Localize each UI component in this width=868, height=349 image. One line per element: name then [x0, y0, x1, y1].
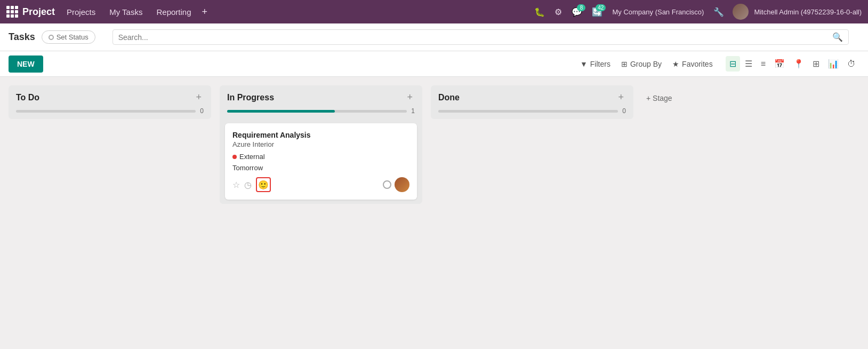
odoo-icon-btn[interactable]: ⚙ — [551, 7, 565, 17]
status-dot — [49, 35, 54, 40]
todo-progress-bar — [16, 110, 196, 113]
search-icon: 🔍 — [832, 32, 843, 42]
card-footer: ☆ ◷ 🙂 — [232, 177, 409, 192]
column-todo-progress: 0 — [9, 107, 211, 119]
bug-icon-btn[interactable]: 🐛 — [531, 7, 548, 17]
grid-icon — [6, 6, 18, 18]
column-todo: To Do + 0 — [9, 85, 211, 119]
nav-add-menu[interactable]: + — [200, 6, 210, 18]
column-in-progress-title: In Progress — [227, 93, 400, 102]
star-icon: ★ — [672, 60, 679, 68]
map-icon: 📍 — [793, 59, 804, 68]
tag-dot — [232, 155, 237, 159]
activity-icon-btn[interactable]: 🔄 42 — [589, 7, 606, 17]
list2-view-button[interactable]: ≡ — [757, 57, 769, 72]
list-view-button[interactable]: ☰ — [741, 56, 756, 72]
favorites-button[interactable]: ★ Favorites — [668, 58, 717, 70]
table-view-button[interactable]: ⊞ — [809, 56, 823, 72]
add-stage-column: + Stage — [642, 85, 749, 105]
in-progress-fill — [227, 110, 335, 113]
add-stage-button[interactable]: + Stage — [642, 92, 677, 105]
chat-badge: 8 — [577, 4, 585, 11]
set-status-button[interactable]: Set Status — [42, 30, 95, 44]
calendar-icon: 📅 — [774, 59, 785, 68]
page-title: Tasks — [9, 31, 35, 43]
card-footer-icons: ☆ ◷ 🙂 — [232, 177, 379, 192]
todo-count: 0 — [200, 107, 204, 115]
column-todo-add[interactable]: + — [194, 92, 204, 103]
column-done-header: Done + — [431, 85, 633, 107]
card-date: Tomorrow — [232, 164, 409, 172]
filter-icon: ▼ — [580, 60, 588, 68]
group-by-button[interactable]: ⊞ Group By — [617, 58, 666, 70]
nav-reporting[interactable]: Reporting — [151, 7, 196, 17]
card-tag: External — [232, 153, 409, 161]
card-subtitle: Azure Interior — [232, 140, 409, 148]
done-progress-bar — [438, 110, 618, 113]
activity-badge: 42 — [596, 4, 606, 11]
app-logo[interactable]: Project — [6, 6, 55, 18]
table-icon: ⊞ — [813, 59, 819, 68]
user-avatar[interactable] — [733, 4, 749, 20]
clock-view-button[interactable]: ⏱ — [843, 57, 859, 72]
kanban-area: To Do + 0 In Progress + 1 Requirement An… — [0, 77, 868, 349]
calendar-view-button[interactable]: 📅 — [770, 56, 789, 72]
column-todo-header: To Do + — [9, 85, 211, 107]
search-bar: 🔍 — [112, 29, 849, 45]
user-name[interactable]: Mitchell Admin (49752239-16-0-all) — [754, 8, 862, 16]
column-in-progress-header: In Progress + — [220, 85, 422, 107]
tag-label: External — [239, 153, 265, 161]
column-done-title: Done — [438, 93, 612, 102]
search-input[interactable] — [118, 33, 832, 42]
chart-icon: 📊 — [828, 59, 839, 68]
filters-label: Filters — [590, 60, 610, 68]
filters-button[interactable]: ▼ Filters — [576, 58, 615, 70]
column-in-progress-add[interactable]: + — [405, 92, 415, 103]
group-by-label: Group By — [630, 60, 662, 68]
favorites-label: Favorites — [682, 60, 713, 68]
in-progress-count: 1 — [411, 107, 415, 115]
top-nav: Project Projects My Tasks Reporting + 🐛 … — [0, 0, 868, 23]
column-todo-title: To Do — [16, 93, 189, 102]
kanban-icon: ⊟ — [729, 59, 736, 68]
card-title: Requirement Analysis — [232, 131, 409, 139]
app-title: Project — [22, 6, 55, 18]
star-icon-card[interactable]: ☆ — [232, 180, 240, 190]
done-count: 0 — [622, 107, 626, 115]
secondary-header: Tasks Set Status 🔍 — [0, 23, 868, 51]
timer-icon-card[interactable]: ◷ — [244, 180, 252, 190]
task-card-requirement-analysis[interactable]: Requirement Analysis Azure Interior Exte… — [225, 123, 417, 200]
nav-my-tasks[interactable]: My Tasks — [104, 7, 148, 17]
list2-icon: ≡ — [761, 59, 766, 68]
map-view-button[interactable]: 📍 — [790, 56, 808, 72]
company-label[interactable]: My Company (San Francisco) — [609, 8, 707, 16]
in-progress-bar — [227, 110, 407, 113]
chat-icon-btn[interactable]: 💬 8 — [568, 7, 585, 17]
clock-view-icon: ⏱ — [847, 59, 856, 68]
column-in-progress-progress: 1 — [220, 107, 422, 119]
card-status-circle[interactable] — [383, 180, 391, 189]
settings-icon-btn[interactable]: 🔧 — [710, 7, 727, 17]
view-icons: ⊟ ☰ ≡ 📅 📍 ⊞ 📊 ⏱ — [726, 56, 859, 72]
mood-icon-card[interactable]: 🙂 — [256, 177, 271, 192]
column-done: Done + 0 — [431, 85, 633, 119]
chart-view-button[interactable]: 📊 — [824, 56, 842, 72]
card-footer-right — [383, 177, 409, 192]
kanban-view-button[interactable]: ⊟ — [726, 56, 740, 72]
toolbar: NEW ▼ Filters ⊞ Group By ★ Favorites ⊟ ☰… — [0, 51, 868, 77]
column-done-add[interactable]: + — [616, 92, 626, 103]
card-assignee-avatar[interactable] — [395, 177, 409, 192]
set-status-label: Set Status — [57, 33, 89, 41]
column-done-progress: 0 — [431, 107, 633, 119]
new-button[interactable]: NEW — [9, 55, 43, 73]
nav-projects[interactable]: Projects — [61, 7, 101, 17]
list-icon: ☰ — [745, 59, 752, 68]
column-in-progress: In Progress + 1 Requirement Analysis Azu… — [220, 85, 422, 204]
layers-icon: ⊞ — [621, 60, 628, 68]
